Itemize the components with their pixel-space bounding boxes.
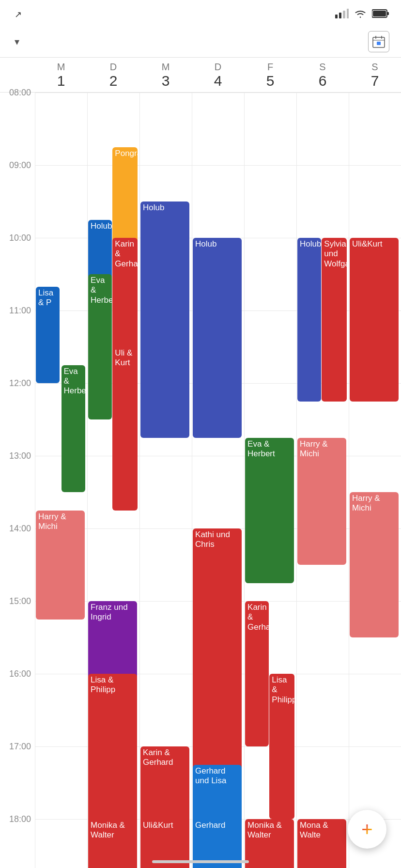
time-label-1100: 11:00 [9, 306, 31, 316]
day-header-thu: D 4 [192, 62, 244, 89]
hour-line [140, 93, 192, 93]
hour-line [245, 383, 296, 384]
app-header: ▾ [0, 26, 401, 58]
hour-line [88, 93, 139, 93]
day-header-fri: F 5 [244, 62, 296, 89]
day-col-6: HolubSylvia und WolfgangHarry & MichiMon… [296, 93, 349, 868]
wifi-icon [354, 9, 367, 21]
calendar-grid: 08:0009:0010:0011:0012:0013:0014:0015:00… [0, 93, 401, 868]
time-label-1400: 14:00 [9, 524, 31, 534]
event-item[interactable]: Lisa & Philipp [269, 674, 294, 819]
hour-line [140, 528, 192, 529]
event-item[interactable]: Holub [140, 202, 189, 438]
hour-line [140, 601, 192, 602]
time-label-1500: 15:00 [9, 596, 31, 606]
hour-line [297, 93, 349, 93]
time-column: 08:0009:0010:0011:0012:0013:0014:0015:00… [0, 93, 35, 868]
add-event-fab[interactable]: + [348, 810, 386, 849]
event-item[interactable]: Harry & Michi [297, 438, 346, 565]
hour-line [35, 674, 87, 674]
day-header-mon: M 1 [35, 62, 87, 89]
event-item[interactable]: Lisa & P [36, 287, 60, 384]
time-label-0900: 09:00 [9, 160, 31, 170]
svg-rect-11 [377, 42, 381, 45]
event-item[interactable]: Harry & Michi [350, 492, 399, 637]
hour-line [297, 601, 349, 602]
svg-rect-1 [339, 13, 341, 18]
hour-line [192, 456, 244, 456]
time-label-1200: 12:00 [9, 378, 31, 388]
svg-rect-2 [343, 11, 345, 18]
status-icons [335, 9, 389, 21]
status-bar: ↗ [0, 0, 401, 26]
event-item[interactable]: Mona & Walte [297, 819, 346, 868]
time-label-0800: 08:00 [9, 88, 31, 98]
time-header-spacer [0, 62, 35, 89]
svg-rect-0 [335, 15, 338, 18]
event-item[interactable]: Holub [193, 238, 242, 438]
hour-line [192, 93, 244, 93]
hour-line [349, 165, 401, 166]
hour-line [35, 238, 87, 238]
hour-line [349, 456, 401, 456]
event-item[interactable]: Lisa & Philipp [88, 674, 137, 837]
hour-line [245, 93, 296, 93]
time-label-1700: 17:00 [9, 742, 31, 752]
event-item[interactable]: Uli&Kurt [350, 238, 399, 402]
hour-line [140, 165, 192, 166]
hour-line [35, 746, 87, 747]
hour-line [35, 819, 87, 820]
event-item[interactable]: Kathi und Chris [193, 528, 242, 783]
day-header-sun: S 7 [349, 62, 401, 89]
hour-line [35, 165, 87, 166]
calendar-today-button[interactable] [368, 31, 389, 52]
time-label-1800: 18:00 [9, 814, 31, 824]
day-col-4: HolubKathi und ChrisGerhard und LisaGerh… [192, 93, 244, 868]
month-selector[interactable]: ▾ [12, 36, 19, 47]
hour-line [349, 674, 401, 674]
hour-line [88, 528, 139, 529]
day-header-wed: M 3 [139, 62, 192, 89]
day-col-2: PongraczHolubKarin & GerhaEva & HerbertU… [87, 93, 139, 868]
svg-rect-6 [373, 11, 386, 16]
hour-line [245, 238, 296, 238]
navigation-icon: ↗ [15, 9, 22, 20]
hour-line [297, 674, 349, 674]
event-item[interactable]: Harry & Michi [36, 511, 85, 620]
day-col-7: Uli&KurtHarry & Michi [349, 93, 401, 868]
day-header-tue: D 2 [87, 62, 139, 89]
scroll-indicator [152, 860, 249, 863]
battery-icon [372, 9, 389, 21]
event-item[interactable]: Monika & Walter [88, 819, 137, 868]
time-label-1600: 16:00 [9, 669, 31, 679]
event-item[interactable]: Karin & Gerhard [245, 601, 269, 746]
hour-line [245, 310, 296, 311]
add-icon: + [361, 819, 372, 840]
event-item[interactable]: Eva & Herbert [62, 365, 85, 493]
hour-line [192, 165, 244, 166]
svg-rect-5 [387, 12, 389, 15]
day-header-row: M 1 D 2 M 3 D 4 F 5 S 6 S 7 [0, 58, 401, 93]
hour-line [35, 93, 87, 93]
hour-line [297, 165, 349, 166]
event-item[interactable]: Eva & Herbert [245, 438, 294, 583]
time-label-1000: 10:00 [9, 233, 31, 243]
day-col-5: Eva & HerbertKarin & GerhardLisa & Phili… [244, 93, 296, 868]
hour-line [140, 456, 192, 456]
event-item[interactable]: Sylvia und Wolfgang [322, 238, 346, 402]
hour-line [245, 165, 296, 166]
event-item[interactable]: Karin & Gerha [112, 238, 137, 365]
event-item[interactable]: Uli & Kurt [112, 347, 137, 511]
signal-icon [335, 9, 349, 21]
day-col-3: HolubKarin & GerhardUli&Kurt [139, 93, 192, 868]
event-item[interactable]: Holub [297, 238, 321, 402]
hour-line [349, 93, 401, 93]
hour-line [297, 746, 349, 747]
day-header-sat: S 6 [296, 62, 349, 89]
svg-rect-3 [347, 9, 349, 18]
time-label-1300: 13:00 [9, 451, 31, 461]
day-col-1: Lisa & PEva & HerbertHarry & Michi [35, 93, 87, 868]
event-item[interactable]: Monika & Walter [245, 819, 294, 868]
dropdown-icon: ▾ [15, 36, 19, 47]
event-item[interactable]: Eva & Herbert [88, 274, 112, 419]
